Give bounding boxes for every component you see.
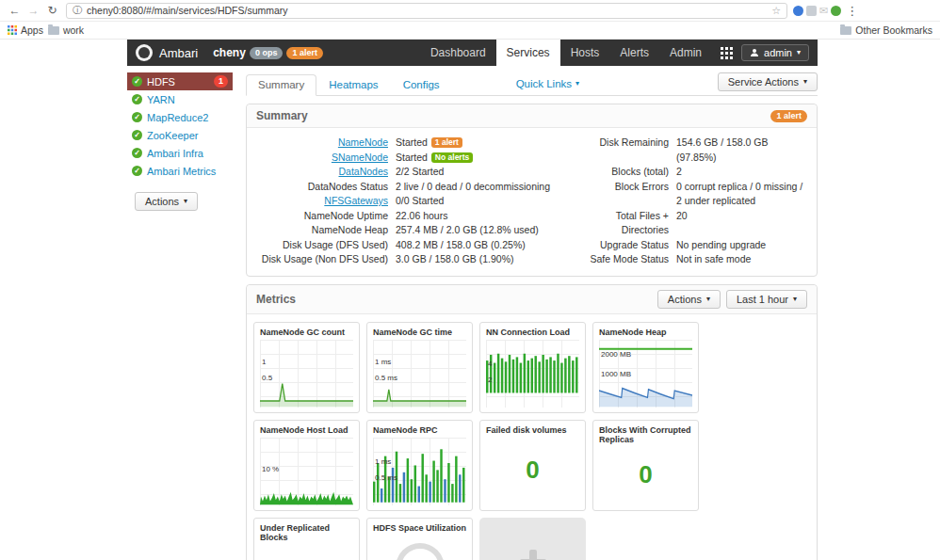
service-ok-icon: ✓	[132, 94, 142, 104]
summary-value: 257.4 MB / 2.0 GB (12.8% used)	[396, 223, 567, 238]
alerts-badge[interactable]: 1 alert	[286, 47, 323, 59]
cluster-name[interactable]: cheny	[213, 46, 246, 59]
summary-row: NameNode Uptime22.06 hours	[256, 209, 567, 224]
extension-icon-green[interactable]	[831, 6, 841, 16]
metric-chart: 10 %	[260, 438, 353, 504]
y-axis-label: 0.5	[262, 375, 272, 382]
metrics-actions-button[interactable]: Actions▾	[657, 290, 721, 309]
summary-row: Disk Usage (DFS Used)408.2 MB / 158.0 GB…	[256, 238, 567, 253]
alert-badge[interactable]: 1 alert	[431, 137, 462, 148]
bookmark-apps-label: Apps	[21, 24, 43, 36]
namenode-link[interactable]: NameNode	[256, 136, 388, 151]
y-axis-label: 2000 MB	[601, 351, 631, 359]
sidebar-item-mapreduce2[interactable]: ✓ MapReduce2	[127, 108, 233, 126]
sidebar-item-ambari-metrics[interactable]: ✓ Ambari Metrics	[127, 162, 233, 180]
summary-value: 0 corrupt replica / 0 missing / 2 under …	[676, 180, 807, 209]
summary-value: 22.06 hours	[396, 209, 567, 224]
y-axis-label: 10 %	[262, 466, 279, 473]
back-icon[interactable]: ←	[7, 3, 23, 19]
add-widget-tile[interactable]	[479, 518, 586, 560]
y-axis-label: 0.5 ms	[375, 375, 397, 382]
time-range-label: Last 1 hour	[737, 294, 788, 305]
views-grid-icon[interactable]	[721, 47, 733, 59]
quick-links-dropdown[interactable]: Quick Links ▾	[516, 78, 579, 95]
sidebar-item-ambari-infra[interactable]: ✓ Ambari Infra	[127, 144, 233, 162]
summary-row: Safe Mode StatusNot in safe mode	[567, 252, 807, 267]
metric-tile-namenode-gc-count[interactable]: NameNode GC count 1 0.5	[253, 322, 360, 413]
tab-configs[interactable]: Configs	[391, 74, 452, 96]
summary-label: NameNode Heap	[256, 223, 388, 238]
address-bar[interactable]: ⓘ cheny0:8080/#/main/services/HDFS/summa…	[66, 3, 787, 19]
time-range-button[interactable]: Last 1 hour▾	[726, 290, 807, 309]
y-axis-label: 1 ms	[375, 359, 391, 366]
metric-tile-namenode-gc-time[interactable]: NameNode GC time 1 ms 0.5 ms	[366, 322, 473, 413]
summary-row: NameNodeStarted1 alert	[256, 136, 567, 151]
metric-title: HDFS Space Utilization	[373, 523, 466, 534]
sidebar-actions-button[interactable]: Actions ▾	[135, 192, 198, 211]
caret-down-icon: ▾	[793, 296, 797, 303]
cluster-info: cheny 0 ops 1 alert	[213, 46, 323, 59]
summary-label: Total Files + Directories	[567, 209, 669, 238]
no-alerts-badge[interactable]: No alerts	[431, 152, 473, 163]
extension-icon-page[interactable]	[806, 6, 817, 16]
service-ok-icon: ✓	[132, 76, 142, 87]
metric-tile-namenode-heap[interactable]: NameNode Heap 2000 MB 1000 MB	[592, 322, 699, 413]
summary-value: 2	[676, 165, 807, 180]
user-menu-button[interactable]: admin ▾	[741, 44, 809, 61]
forward-icon[interactable]: →	[25, 3, 41, 19]
tab-summary[interactable]: Summary	[246, 74, 316, 96]
ops-badge[interactable]: 0 ops	[250, 47, 284, 59]
nav-admin[interactable]: Admin	[659, 40, 712, 66]
service-ok-icon: ✓	[132, 148, 142, 158]
nav-alerts[interactable]: Alerts	[609, 40, 659, 66]
metric-title: NameNode GC count	[260, 328, 353, 338]
ambari-logo-icon[interactable]	[136, 44, 153, 61]
metric-tile-failed-disk-volumes[interactable]: Failed disk volumes 0	[479, 420, 586, 511]
summary-label: Upgrade Status	[567, 238, 669, 253]
metric-tile-namenode-rpc[interactable]: NameNode RPC 1 ms 0.5 ms	[366, 420, 473, 511]
bookmark-work-folder[interactable]: work	[48, 24, 84, 36]
sidebar-item-yarn[interactable]: ✓ YARN	[127, 90, 233, 108]
service-ok-icon: ✓	[132, 112, 142, 122]
bookmark-star-icon[interactable]: ☆	[771, 6, 781, 16]
services-sidebar: ✓ HDFS 1 ✓ YARN ✓ MapReduce2 ✓ ZooKeeper…	[127, 72, 233, 560]
quick-links-label: Quick Links	[516, 78, 572, 89]
service-actions-button[interactable]: Service Actions ▾	[718, 72, 818, 91]
caret-down-icon: ▾	[797, 49, 801, 56]
browser-menu-icon[interactable]: ⋮	[844, 4, 860, 18]
summary-row: NameNode Heap257.4 MB / 2.0 GB (12.8% us…	[256, 223, 567, 238]
extension-icon-mail[interactable]: ✉	[819, 6, 828, 16]
metrics-panel: Metrics Actions▾ Last 1 hour▾ NameNode G…	[246, 284, 818, 560]
nav-hosts[interactable]: Hosts	[560, 40, 610, 66]
browser-chrome: ← → ↻ ⓘ cheny0:8080/#/main/services/HDFS…	[0, 0, 940, 40]
metric-tile-nn-connection-load[interactable]: NN Connection Load 4 2	[479, 322, 586, 413]
other-bookmarks[interactable]: Other Bookmarks	[840, 24, 932, 36]
metric-title: NameNode RPC	[373, 425, 466, 436]
page-info-icon[interactable]: ⓘ	[73, 6, 82, 15]
tab-heatmaps[interactable]: Heatmaps	[316, 74, 390, 96]
nav-services[interactable]: Services	[496, 40, 560, 66]
metric-tile-hdfs-space-utilization[interactable]: HDFS Space Utilization 0%	[366, 518, 473, 560]
nav-dashboard[interactable]: Dashboard	[420, 40, 496, 66]
user-name: admin	[764, 47, 792, 58]
metric-tile-under-replicated-blocks[interactable]: Under Replicated Blocks 2	[253, 518, 360, 560]
bookmark-apps[interactable]: Apps	[8, 24, 43, 36]
metric-title: Under Replicated Blocks	[260, 523, 353, 544]
refresh-icon[interactable]: ↻	[44, 3, 60, 19]
summary-label: Disk Usage (DFS Used)	[256, 238, 388, 253]
service-tabs: Summary Heatmaps Configs Quick Links ▾ S…	[246, 72, 818, 96]
y-axis-label: 0.5 ms	[375, 474, 397, 482]
ambari-top-nav: Ambari cheny 0 ops 1 alert Dashboard Ser…	[127, 40, 818, 66]
plus-icon	[516, 546, 550, 560]
snamenode-link[interactable]: SNameNode	[256, 151, 388, 166]
sidebar-item-hdfs[interactable]: ✓ HDFS 1	[127, 72, 233, 90]
nfsgateways-link[interactable]: NFSGateways	[256, 194, 388, 209]
metric-value: 0	[639, 460, 652, 489]
sidebar-item-zookeeper[interactable]: ✓ ZooKeeper	[127, 126, 233, 144]
service-label: HDFS	[147, 76, 175, 88]
metric-tile-namenode-host-load[interactable]: NameNode Host Load 10 %	[253, 420, 360, 511]
metric-tile-blocks-with-corrupted-replicas[interactable]: Blocks With Corrupted Replicas 0	[592, 420, 699, 511]
datanodes-link[interactable]: DataNodes	[256, 165, 388, 180]
summary-alert-badge[interactable]: 1 alert	[770, 110, 807, 122]
extension-icon-blue[interactable]	[793, 6, 803, 16]
